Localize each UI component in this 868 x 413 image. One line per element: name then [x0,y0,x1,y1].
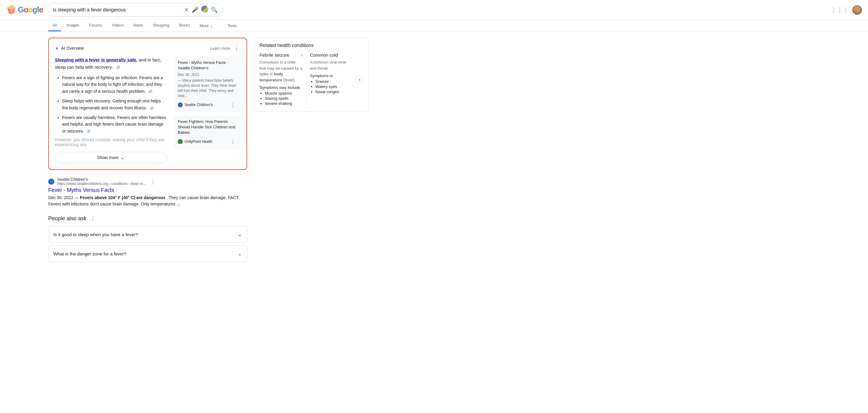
expand-icon-1: ⌄ [238,231,242,238]
cold-desc: A common viral nose and throat [310,59,353,71]
source-2-site: UnityPoint Health [178,139,213,144]
snippet-bold: Fevers above 104° F (40° C) are dangerou… [80,195,165,200]
learn-more-link[interactable]: Learn more [210,46,230,51]
clear-button[interactable]: ✕ [184,7,189,13]
ai-highlight-text: Sleeping with a fever is generally safe [55,57,136,62]
tab-videos[interactable]: Videos [107,20,128,31]
google-logo: Google [18,5,43,14]
tab-forums[interactable]: Forums [85,20,106,31]
nav-tabs: All Images Forums Videos News Shopping B… [0,20,868,32]
more-label: More [199,24,209,28]
cold-name[interactable]: Common cold [310,53,353,58]
tab-tools[interactable]: Tools [223,21,241,31]
ai-fade-text: However, you should consider waking your… [55,137,167,147]
tab-books[interactable]: Books [175,20,194,31]
search-bar: ✕ 🎤 🔍 [48,3,223,17]
paa-question-2: What is the danger zone for a fever? [53,251,127,256]
febrile-label: Febrile seizure [259,53,289,58]
search-icons: ✕ 🎤 🔍 [184,6,218,14]
related-conditions: Related health conditions Febrile seizur… [254,38,369,112]
source-1-snippet: — Many parents have false beliefs (myths… [178,78,237,98]
show-more-label: Show more [97,155,119,160]
febrile-arrow-icon: › [301,53,303,58]
result-title[interactable]: Fever - Myths Versus Facts [48,187,247,193]
source-2-title[interactable]: Fever Fighters: How Parents Should Handl… [178,119,237,135]
ai-text-section: Sleeping with a fever is generally safe,… [55,56,167,163]
lens-search-button[interactable] [201,6,208,14]
febrile-symptom-1: Muscle spasms [265,91,303,95]
logo-area: 🍿 Google [6,5,43,15]
febrile-symptom-3: Severe shaking [265,101,303,106]
tab-all[interactable]: All [48,20,61,31]
expand-icon-2: ⌄ [238,250,242,257]
ai-bullets-list: Fevers are a sign of fighting an infecti… [55,74,167,134]
tab-shopping[interactable]: Shopping [149,20,174,31]
chevron-down-icon: ⌄ [210,24,213,28]
source-card-1: Fever - Myths Versus Facts - Seattle Chi… [174,56,241,113]
ai-sources: Fever - Myths Versus Facts - Seattle Chi… [174,56,241,163]
next-conditions-button[interactable]: › [355,75,364,84]
result-site-name: Seattle Children's [57,177,146,182]
cold-symptoms-label: Symptoms m [310,73,353,78]
voice-search-button[interactable]: 🎤 [192,7,198,13]
citation-icon-2[interactable]: 🔗 [150,106,154,110]
ai-bullet-2: Sleep helps with recovery: Getting enoug… [62,98,167,111]
source-2-footer: UnityPoint Health ⋮ [178,138,237,146]
paa-more-options[interactable]: ⋮ [89,215,97,222]
condition-card-cold: Common cold A common viral nose and thro… [310,53,353,106]
citation-icon-3[interactable]: 🔗 [86,129,91,134]
source-1-title[interactable]: Fever - Myths Versus Facts - Seattle Chi… [178,60,237,71]
header-right: ⋮⋮⋮ [831,5,862,15]
ai-overview-section: ✦ AI Overview Learn more ⋮ Sleeping with… [48,38,247,170]
febrile-name[interactable]: Febrile seizure › [259,53,303,58]
cold-symptom-3: Nasal conges [315,90,353,94]
paa-item-2[interactable]: What is the danger zone for a fever? ⌄ [48,245,247,262]
ai-bullet-1: Fevers are a sign of fighting an infecti… [62,74,167,95]
tab-news[interactable]: News [129,20,148,31]
right-column: Related health conditions Febrile seizur… [254,38,369,264]
result-snippet: Dec 30, 2022 — Fevers above 104° F (40° … [48,195,247,207]
ai-star-icon: ✦ [55,45,59,51]
conditions-container: Febrile seizure › Convulsion in a child … [259,53,364,106]
tab-images[interactable]: Images [62,20,84,31]
febrile-symptoms-list: Muscle spasms Staring spells Severe shak… [259,91,303,106]
source-1-date: Dec 30, 2022 [178,73,237,77]
source-2-favicon [178,139,183,144]
people-also-ask: People also ask ⋮ Is it good to sleep wh… [48,215,247,262]
header: 🍿 Google ✕ 🎤 🔍 ⋮⋮⋮ [0,0,868,20]
show-more-button[interactable]: Show more ⌄ [55,152,167,163]
avatar[interactable] [852,5,862,15]
paa-header: People also ask ⋮ [48,215,247,222]
febrile-symptom-2: Staring spells [265,96,303,101]
search-result-1: Seattle Children's https://www.seattlech… [48,177,247,207]
ai-bullet-3: Fevers are usually harmless: Fevers are … [62,114,167,134]
paa-item-1[interactable]: Is it good to sleep when you have a feve… [48,226,247,243]
ai-title-area: ✦ AI Overview [55,45,84,51]
tab-more[interactable]: More ⌄ [195,21,217,31]
paa-title: People also ask [48,215,87,222]
result-favicon [48,179,54,185]
condition-card-febrile: Febrile seizure › Convulsion in a child … [259,53,303,106]
bullet-3-title: Fevers are usually harmless: [62,115,116,120]
ai-more-options-button[interactable]: ⋮ [233,44,241,52]
ai-main-text: Sleeping with a fever is generally safe,… [55,56,167,71]
result-more-options-button[interactable]: ⋮ [149,178,157,186]
cold-symptom-1: Sneeze [315,79,353,84]
avatar-image [852,5,862,15]
main-content: ✦ AI Overview Learn more ⋮ Sleeping with… [0,32,868,271]
chevron-down-icon: ⌄ [121,155,124,160]
source-1-site: Seattle Children's [178,102,213,107]
source-card-2: Fever Fighters: How Parents Should Handl… [174,115,241,150]
apps-icon[interactable]: ⋮⋮⋮ [831,6,849,13]
cold-label: Common cold [310,53,338,58]
ai-content: Sleeping with a fever is generally safe,… [55,56,241,163]
ai-overview-header: ✦ AI Overview Learn more ⋮ [55,44,241,52]
search-button[interactable]: 🔍 [211,7,218,13]
citation-icon[interactable]: 🔗 [116,65,121,70]
source-2-more-button[interactable]: ⋮ [229,138,237,146]
search-input[interactable] [53,7,182,13]
source-1-more-button[interactable]: ⋮ [229,101,237,109]
source-2-site-name: UnityPoint Health [184,139,213,144]
febrile-symptoms-label: Symptoms may include [259,85,303,90]
citation-icon-1[interactable]: 🔗 [148,89,153,94]
